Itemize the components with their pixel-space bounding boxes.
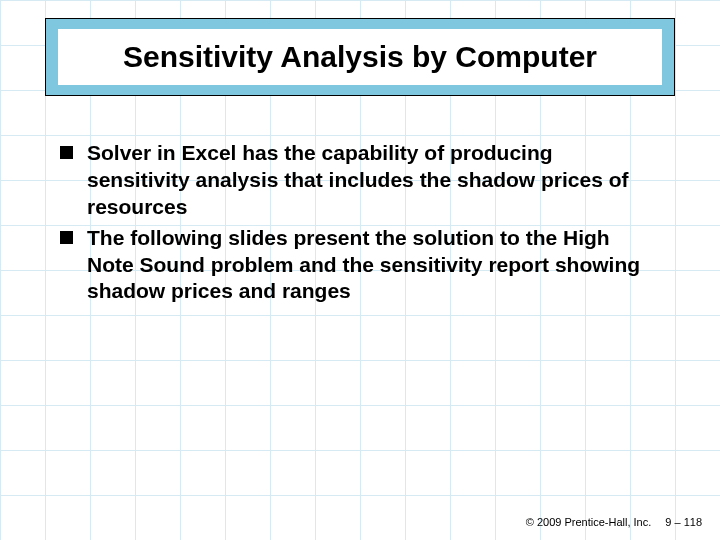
bullet-text: Solver in Excel has the capability of pr… — [87, 140, 660, 221]
square-bullet-icon — [60, 146, 73, 159]
slide-title: Sensitivity Analysis by Computer — [123, 40, 597, 74]
copyright-text: © 2009 Prentice-Hall, Inc. — [526, 516, 652, 528]
title-inner: Sensitivity Analysis by Computer — [58, 29, 662, 85]
list-item: Solver in Excel has the capability of pr… — [60, 140, 660, 221]
title-bar: Sensitivity Analysis by Computer — [45, 18, 675, 96]
bullet-text: The following slides present the solutio… — [87, 225, 660, 306]
body-text-area: Solver in Excel has the capability of pr… — [60, 140, 660, 309]
list-item: The following slides present the solutio… — [60, 225, 660, 306]
page-number: 9 – 118 — [665, 516, 702, 528]
footer: © 2009 Prentice-Hall, Inc. 9 – 118 — [526, 516, 702, 528]
square-bullet-icon — [60, 231, 73, 244]
